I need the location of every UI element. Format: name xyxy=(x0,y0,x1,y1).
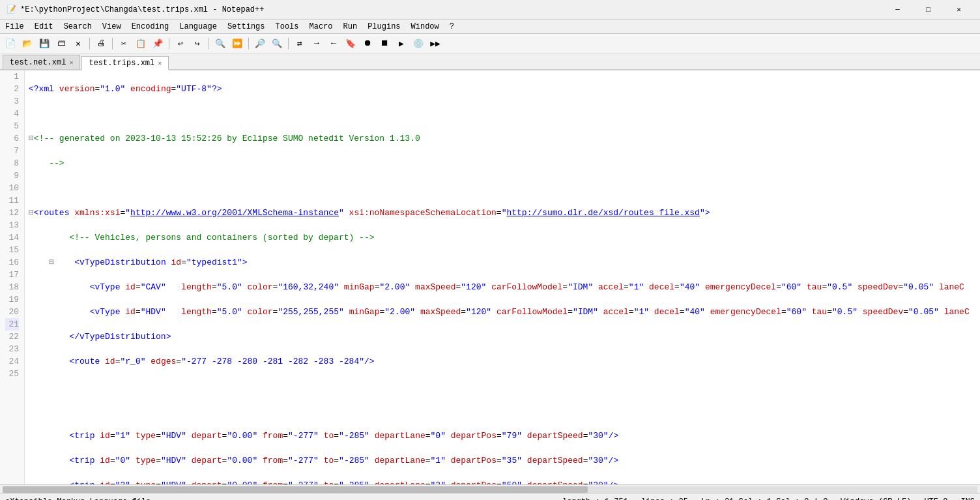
minimize-button[interactable]: ─ xyxy=(883,0,912,20)
titlebar-icon: 📝 xyxy=(7,5,16,14)
status-encoding-info: Windows (CR LF) xyxy=(841,497,911,501)
unindent-button[interactable]: ← xyxy=(326,37,341,51)
status-length: length : 1,751 xyxy=(562,497,628,501)
line-7: <!-- Vehicles, persons and containers (s… xyxy=(29,231,976,244)
save-button[interactable]: 💾 xyxy=(36,37,52,51)
line-16: <trip id="0" type="HDV" depart="0.00" fr… xyxy=(29,454,976,467)
redo-button[interactable]: ↪ xyxy=(190,37,205,51)
tab-close-test-net[interactable]: ✕ xyxy=(69,59,73,66)
menu-item-search[interactable]: Search xyxy=(59,20,97,33)
code-area[interactable]: <?xml version="1.0" encoding="UTF-8"?> ⊟… xyxy=(25,70,980,484)
editor: 12345 678910 1112131415 1617181920 21 22… xyxy=(0,70,980,484)
status-encoding: UTF-8 xyxy=(924,497,947,501)
line-10: <vType id="HDV" length="5.0" color="255,… xyxy=(29,306,976,318)
line-14 xyxy=(29,405,976,417)
menu-item-view[interactable]: View xyxy=(97,20,126,33)
toolbar: 📄 📂 💾 🗃 ✕ 🖨 ✂ 📋 📌 ↩ ↪ 🔍 ⏩ 🔎 🔍 ⇄ → ← 🔖 ⏺ … xyxy=(0,34,980,53)
tabbar: test.net.xml ✕ test.trips.xml ✕ xyxy=(0,53,980,70)
line-9: <vType id="CAV" length="5.0" color="160,… xyxy=(29,281,976,293)
find-button[interactable]: 🔍 xyxy=(212,37,228,51)
line-numbers: 12345 678910 1112131415 1617181920 21 22… xyxy=(0,70,25,484)
horizontal-scrollbar[interactable] xyxy=(0,484,980,493)
line-15: <trip id="1" type="HDV" depart="0.00" fr… xyxy=(29,430,976,442)
line-17: <trip id="3" type="HDV" depart="0.00" fr… xyxy=(29,479,976,484)
menu-item-settings[interactable]: Settings xyxy=(222,20,270,33)
indent-button[interactable]: → xyxy=(309,37,324,51)
macro-save-button[interactable]: 💿 xyxy=(411,37,426,51)
tab-test-trips-xml[interactable]: test.trips.xml ✕ xyxy=(81,56,169,70)
hscroll-track[interactable] xyxy=(3,486,977,493)
print-button[interactable]: 🖨 xyxy=(93,37,109,51)
menu-item-run[interactable]: Run xyxy=(338,20,363,33)
line-3: ⊟<!-- generated on 2023-10-13 15:52:26 b… xyxy=(29,132,976,145)
toolbar-sep2 xyxy=(112,38,113,50)
close-button2[interactable]: ✕ xyxy=(70,37,86,51)
status-lines: lines : 25 xyxy=(641,497,688,501)
tab-label-test-trips: test.trips.xml xyxy=(89,59,154,68)
tab-label-test-net: test.net.xml xyxy=(10,58,66,67)
cut-button[interactable]: ✂ xyxy=(116,37,132,51)
line-4: --> xyxy=(29,157,976,169)
menu-item-window[interactable]: Window xyxy=(406,20,444,33)
macro-play-button[interactable]: ▶ xyxy=(394,37,409,51)
status-filetype: eXtensible Markup Language file xyxy=(5,497,549,501)
hscroll-thumb[interactable] xyxy=(3,486,588,493)
toolbar-sep3 xyxy=(169,38,169,50)
zoom-out-button[interactable]: 🔍 xyxy=(269,37,285,51)
macro-record-button[interactable]: ⏺ xyxy=(360,37,375,51)
menu-item-edit[interactable]: Edit xyxy=(29,20,59,33)
line-2 xyxy=(29,108,976,120)
menu-item-encoding[interactable]: Encoding xyxy=(126,20,175,33)
close-button[interactable]: ✕ xyxy=(944,0,973,20)
undo-button[interactable]: ↩ xyxy=(173,37,188,51)
macro-stop-button[interactable]: ⏹ xyxy=(377,37,392,51)
toolbar-sep6 xyxy=(288,38,289,50)
menu-item-plugins[interactable]: Plugins xyxy=(362,20,405,33)
toolbar-sep1 xyxy=(89,38,90,50)
bookmark-button[interactable]: 🔖 xyxy=(343,37,358,51)
line-6: ⊟<routes xmlns:xsi="http://www.w3.org/20… xyxy=(29,207,976,219)
open-button[interactable]: 📂 xyxy=(20,37,35,51)
line-13 xyxy=(29,380,976,392)
line-5 xyxy=(29,182,976,194)
titlebar-title: *E:\pythonProject\Changda\test.trips.xml… xyxy=(20,5,883,14)
line-1: <?xml version="1.0" encoding="UTF-8"?> xyxy=(29,83,976,95)
tab-test-net-xml[interactable]: test.net.xml ✕ xyxy=(3,55,80,69)
menu-item-file[interactable]: File xyxy=(0,20,29,33)
line-11: </vTypeDistribution> xyxy=(29,331,976,343)
statusbar: eXtensible Markup Language file length :… xyxy=(0,493,980,500)
save-all-button[interactable]: 🗃 xyxy=(53,37,69,51)
new-button[interactable]: 📄 xyxy=(3,37,18,51)
zoom-in-button[interactable]: 🔎 xyxy=(252,37,268,51)
menu-item-?[interactable]: ? xyxy=(444,20,459,33)
toolbar-sep5 xyxy=(248,38,249,50)
menubar: FileEditSearchViewEncodingLanguageSettin… xyxy=(0,20,980,34)
wrap-button[interactable]: ⇄ xyxy=(292,37,308,51)
menu-item-language[interactable]: Language xyxy=(174,20,222,33)
copy-button[interactable]: 📋 xyxy=(133,37,149,51)
paste-button[interactable]: 📌 xyxy=(150,37,166,51)
status-insert: INS xyxy=(960,497,975,501)
titlebar: 📝 *E:\pythonProject\Changda\test.trips.x… xyxy=(0,0,980,20)
menu-item-macro[interactable]: Macro xyxy=(304,20,338,33)
line-12: <route id="r_0" edges="-277 -278 -280 -2… xyxy=(29,355,976,368)
find-next-button[interactable]: ⏩ xyxy=(229,37,245,51)
status-right: length : 1,751 lines : 25 Ln : 21 Col : … xyxy=(562,497,975,501)
toolbar-sep4 xyxy=(209,38,209,50)
run-button[interactable]: ▶▶ xyxy=(427,37,443,51)
window-controls: ─ □ ✕ xyxy=(883,0,973,20)
tab-close-test-trips[interactable]: ✕ xyxy=(158,59,162,67)
menu-item-tools[interactable]: Tools xyxy=(270,20,304,33)
maximize-button[interactable]: □ xyxy=(914,0,943,20)
status-position: Ln : 21 Col : 1 Sel : 0 | 0 xyxy=(701,497,828,501)
line-8: ⊟ <vTypeDistribution id="typedist1"> xyxy=(29,256,976,269)
